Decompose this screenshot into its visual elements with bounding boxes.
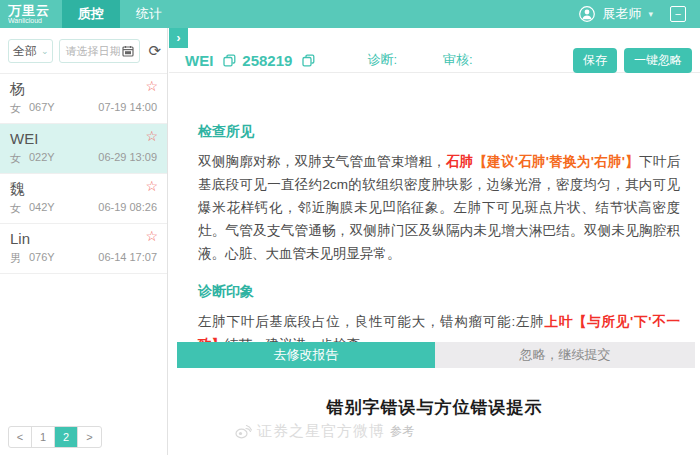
patient-age: 067Y (29, 101, 55, 116)
logo-subtitle: Wanlicloud (8, 17, 62, 25)
user-avatar-icon (579, 6, 595, 22)
tab-statistics-label: 统计 (136, 5, 162, 23)
pagination-page-2-current[interactable]: 2 (55, 427, 78, 447)
patient-row[interactable]: Lin ☆ 男 076Y 06-14 17:07 (0, 224, 167, 274)
patient-row-selected[interactable]: WEI ☆ 女 022Y 06-29 13:09 (0, 124, 167, 174)
patient-gender: 女 (10, 101, 21, 116)
patient-name-value: WEI (185, 52, 213, 69)
review-label: 审核: (443, 51, 473, 69)
pagination: < 1 2 > (8, 426, 102, 448)
copy-icon[interactable] (302, 54, 315, 67)
calendar-icon (122, 45, 134, 57)
diagnosis-label: 诊断: (367, 51, 397, 69)
impression-heading: 诊断印象 (198, 283, 680, 301)
app-header: 万里云 Wanlicloud 质控 统计 展老师 ▾ − (0, 0, 700, 28)
action-bar: 去修改报告 忽略，继续提交 (177, 342, 695, 368)
patient-gender: 女 (10, 151, 21, 166)
findings-suggestion[interactable]: 【建议'石肺'替换为'右肺'】 (474, 154, 639, 169)
patient-age: 022Y (29, 151, 55, 166)
filter-select-value: 全部 (13, 43, 37, 60)
findings-error-text[interactable]: 石肺 (446, 154, 474, 169)
findings-text-before: 双侧胸廓对称，双肺支气管血管束增粗， (198, 154, 446, 169)
patient-gender: 女 (10, 201, 21, 216)
user-name[interactable]: 展老师 (602, 5, 641, 23)
collapse-sidebar-button[interactable]: › (169, 28, 188, 48)
study-id-value: 258219 (242, 52, 292, 69)
pagination-page-1[interactable]: 1 (32, 427, 55, 447)
pagination-next[interactable]: > (78, 427, 101, 447)
tab-quality-control-label: 质控 (78, 5, 104, 23)
patient-list: 杨 ☆ 女 067Y 07-19 14:00 WEI ☆ 女 022Y 06-2… (0, 73, 167, 274)
app-logo: 万里云 Wanlicloud (0, 0, 62, 28)
watermark: 证券之星官方微博 参考 (235, 422, 414, 441)
star-icon[interactable]: ☆ (145, 79, 158, 93)
patient-name: 杨 (10, 80, 157, 98)
patient-gender: 男 (10, 251, 21, 266)
minimize-button[interactable]: − (670, 6, 686, 22)
filter-select[interactable]: 全部 ⌄ (8, 39, 53, 63)
report-panel: › WEI 258219 诊断: 审核: 保存 一键忽略 检查所见 双侧胸廓对称… (169, 28, 700, 455)
chevron-down-icon: ⌄ (41, 46, 49, 56)
tab-statistics[interactable]: 统计 (120, 0, 178, 28)
patient-name: 魏 (10, 180, 157, 198)
modify-report-button[interactable]: 去修改报告 (177, 342, 435, 368)
patient-time: 06-29 13:09 (98, 151, 157, 166)
patient-name: WEI (10, 130, 157, 148)
watermark-text: 证券之星官方微博 (257, 422, 385, 441)
patient-time: 07-19 14:00 (98, 101, 157, 116)
logo-title: 万里云 (8, 4, 62, 17)
refresh-icon[interactable]: ⟳ (148, 42, 161, 60)
date-placeholder: 请选择日期 (65, 44, 120, 59)
patient-age: 042Y (29, 201, 55, 216)
ignore-all-button[interactable]: 一键忽略 (624, 48, 692, 73)
caption-text: 错别字错误与方位错误提示 (169, 396, 700, 419)
patient-name: Lin (10, 230, 157, 248)
ignore-continue-button[interactable]: 忽略，继续提交 (435, 342, 695, 368)
copy-icon[interactable] (223, 54, 236, 67)
date-picker-input[interactable]: 请选择日期 (59, 39, 140, 63)
tab-quality-control[interactable]: 质控 (62, 0, 120, 28)
patient-row[interactable]: 杨 ☆ 女 067Y 07-19 14:00 (0, 74, 167, 124)
star-icon[interactable]: ☆ (145, 229, 158, 243)
report-body: 检查所见 双侧胸廓对称，双肺支气管血管束增粗，石肺【建议'石肺'替换为'右肺'】… (198, 123, 680, 356)
patient-row[interactable]: 魏 ☆ 女 042Y 06-19 08:26 (0, 174, 167, 224)
patient-age: 076Y (29, 251, 55, 266)
findings-text-after: 下叶后基底段可见一直径约2cm的软组织密度肿块影，边缘光滑，密度均匀，其内可见爆… (198, 154, 680, 261)
findings-heading: 检查所见 (198, 123, 680, 141)
star-icon[interactable]: ☆ (145, 179, 158, 193)
patient-time: 06-14 17:07 (98, 251, 157, 266)
patient-sidebar: 全部 ⌄ 请选择日期 ⟳ 杨 ☆ 女 067Y 07-19 14: (0, 28, 168, 455)
findings-text: 双侧胸廓对称，双肺支气管血管束增粗，石肺【建议'石肺'替换为'右肺'】下叶后基底… (198, 150, 680, 265)
pagination-prev[interactable]: < (9, 427, 32, 447)
impression-text-before: 左肺下叶后基底段占位，良性可能大，错构瘤可能:左肺 (198, 314, 545, 329)
watermark-suffix: 参考 (390, 423, 414, 440)
report-header: WEI 258219 诊断: 审核: 保存 一键忽略 (169, 48, 700, 73)
patient-time: 06-19 08:26 (98, 201, 157, 216)
weibo-icon (235, 424, 252, 439)
chevron-down-icon[interactable]: ▾ (648, 9, 653, 19)
save-button[interactable]: 保存 (573, 48, 617, 73)
star-icon[interactable]: ☆ (145, 129, 158, 143)
